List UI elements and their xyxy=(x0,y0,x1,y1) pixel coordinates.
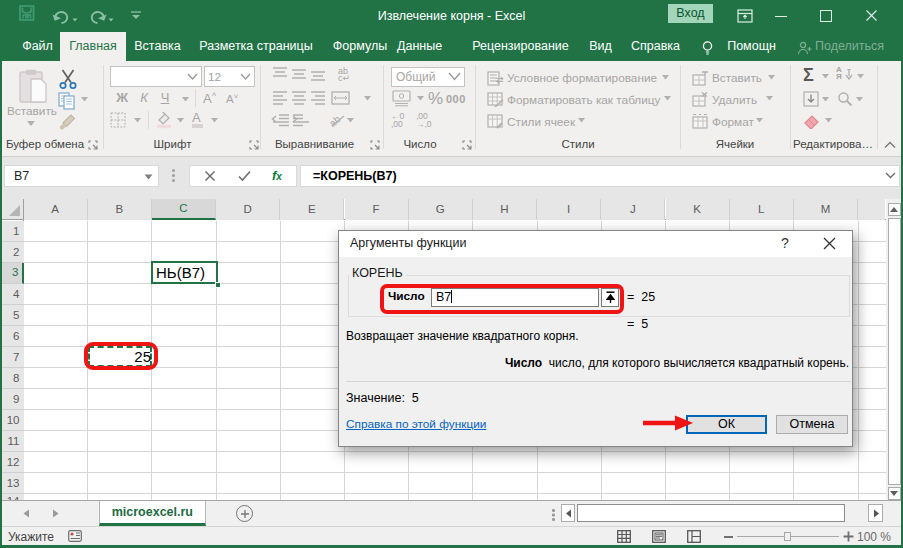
svg-text:c↵: c↵ xyxy=(338,73,350,82)
svg-text:⇄: ⇄ xyxy=(496,75,504,85)
